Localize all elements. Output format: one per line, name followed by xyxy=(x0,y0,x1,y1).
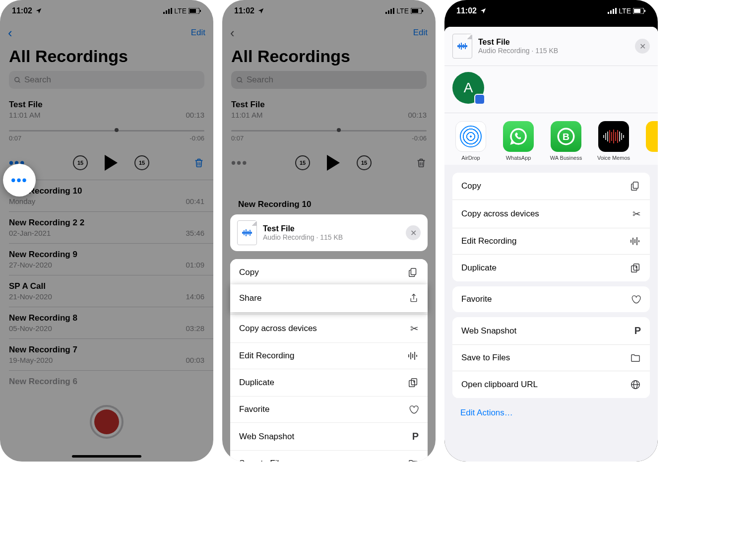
contacts-row: A xyxy=(444,66,658,113)
action-edit-recording[interactable]: Edit Recording xyxy=(452,228,650,255)
edit-actions-link[interactable]: Edit Actions… xyxy=(452,403,650,428)
close-button[interactable]: ✕ xyxy=(406,225,421,240)
svg-rect-9 xyxy=(385,12,387,14)
more-button-highlight[interactable]: ••• xyxy=(3,164,36,197)
action-copy[interactable]: Copy xyxy=(452,173,650,200)
app-wa-business[interactable]: BWA Business xyxy=(548,121,584,161)
svg-rect-64 xyxy=(631,266,637,272)
search-placeholder: Search xyxy=(24,75,51,85)
search-field[interactable]: Search xyxy=(231,71,427,89)
recording-row[interactable]: New Recording 6 xyxy=(0,371,213,393)
svg-rect-20 xyxy=(246,229,247,236)
app-whatsapp[interactable]: WhatsApp xyxy=(500,121,537,161)
page-title: All Recordings xyxy=(0,44,213,71)
file-icon xyxy=(237,220,257,245)
action-favorite[interactable]: Favorite xyxy=(452,286,650,312)
section-label: New Recording 10 xyxy=(230,198,428,214)
battery-icon xyxy=(633,8,646,14)
status-bar: 11:02 LTE xyxy=(0,0,213,22)
action-sheet: New Recording 10 Test File Audio Recordi… xyxy=(230,198,428,462)
recording-row[interactable]: New Recording 805-Nov-202003:28 xyxy=(0,307,213,338)
svg-rect-33 xyxy=(608,12,609,14)
globe-icon xyxy=(630,379,641,390)
svg-rect-12 xyxy=(393,8,394,14)
recording-row[interactable]: New Recording 927-Nov-202001:09 xyxy=(0,244,213,275)
svg-rect-21 xyxy=(248,231,249,235)
sheet-file-name: Test File xyxy=(263,224,343,233)
svg-rect-38 xyxy=(634,9,640,13)
recording-time: 11:01 AM xyxy=(9,111,40,119)
menu-favorite[interactable]: Favorite xyxy=(230,397,428,423)
duplicate-icon xyxy=(408,377,419,388)
heart-icon xyxy=(408,404,419,414)
app-airdrop[interactable]: AirDrop xyxy=(452,121,489,161)
skip-back-button[interactable]: 15 xyxy=(295,155,310,170)
skip-forward-button[interactable]: 15 xyxy=(134,155,149,170)
voice-memos-icon xyxy=(598,121,629,152)
app-voice-memos[interactable]: Voice Memos xyxy=(595,121,632,161)
duplicate-icon xyxy=(630,263,641,273)
close-button[interactable]: ✕ xyxy=(635,39,650,54)
sheet-file-meta: Audio Recording · 115 KB xyxy=(263,233,343,241)
phone-screen-2: 11:02 LTE ‹ Edit All Recordings Search T… xyxy=(222,0,436,462)
more-button[interactable]: ••• xyxy=(231,155,251,171)
contact-avatar[interactable]: A xyxy=(452,72,484,104)
play-button[interactable] xyxy=(327,155,340,171)
waveform-icon xyxy=(408,351,419,360)
action-save-files[interactable]: Save to Files xyxy=(452,345,650,371)
sheet-header: Test File Audio Recording · 115 KB ✕ xyxy=(230,214,428,251)
share-file-meta: Audio Recording · 115 KB xyxy=(478,47,558,55)
recording-row[interactable]: New Recording 719-May-202000:03 xyxy=(0,339,213,370)
playback-scrubber: 0:07-0:06 xyxy=(231,130,427,142)
menu-edit-recording[interactable]: Edit Recording xyxy=(230,343,428,369)
scissors-icon: ✂ xyxy=(410,323,419,334)
svg-text:B: B xyxy=(563,132,569,142)
playback-scrubber[interactable]: 0:07 -0:06 xyxy=(9,130,204,142)
menu-web-snapshot[interactable]: Web SnapshotP xyxy=(230,423,428,451)
delete-button[interactable] xyxy=(193,157,204,169)
recording-row[interactable]: New Recording 2 202-Jan-202135:46 xyxy=(0,212,213,243)
svg-point-16 xyxy=(237,77,242,81)
edit-button[interactable]: Edit xyxy=(413,28,428,38)
svg-rect-15 xyxy=(422,10,423,12)
svg-rect-19 xyxy=(244,230,245,235)
scissors-icon: ✂ xyxy=(632,208,641,220)
network-label: LTE xyxy=(619,7,631,15)
back-button[interactable]: ‹ xyxy=(8,25,12,41)
status-time: 11:02 xyxy=(12,6,32,15)
status-time: 11:02 xyxy=(234,6,254,15)
action-open-clipboard[interactable]: Open clipboard URL xyxy=(452,371,650,398)
menu-duplicate[interactable]: Duplicate xyxy=(230,369,428,397)
delete-button[interactable] xyxy=(416,157,427,169)
recording-name: Test File xyxy=(231,100,427,110)
selected-recording[interactable]: Test File 11:01 AM 00:13 xyxy=(0,95,213,119)
whatsapp-icon xyxy=(503,121,534,152)
app-partial[interactable]: Ba xyxy=(643,121,658,161)
svg-rect-3 xyxy=(171,8,172,14)
action-copy-across[interactable]: Copy across devices✂ xyxy=(452,200,650,228)
location-icon xyxy=(35,7,42,14)
nav-bar: ‹ Edit xyxy=(222,22,436,44)
home-indicator[interactable] xyxy=(72,455,141,458)
remaining-time: -0:06 xyxy=(189,134,204,142)
action-web-snapshot[interactable]: Web SnapshotP xyxy=(452,317,650,345)
search-field[interactable]: Search xyxy=(9,71,204,89)
folder-icon xyxy=(630,353,641,362)
nav-bar: ‹ Edit xyxy=(0,22,213,44)
recording-row[interactable]: SP A Call21-Nov-202014:06 xyxy=(0,275,213,307)
action-duplicate[interactable]: Duplicate xyxy=(452,255,650,281)
share-row-highlight[interactable]: Share xyxy=(230,284,428,312)
menu-copy-across[interactable]: Copy across devices✂ xyxy=(230,315,428,343)
skip-forward-button[interactable]: 15 xyxy=(357,155,372,170)
skip-back-button[interactable]: 15 xyxy=(73,155,88,170)
play-button[interactable] xyxy=(105,155,118,171)
menu-copy[interactable]: Copy xyxy=(230,259,428,286)
svg-rect-35 xyxy=(613,9,614,14)
edit-button[interactable]: Edit xyxy=(191,28,205,38)
actions-group-2: Favorite xyxy=(452,286,650,312)
menu-save-files[interactable]: Save to Files xyxy=(230,451,428,462)
record-button[interactable] xyxy=(90,405,124,439)
svg-rect-58 xyxy=(633,182,638,189)
back-button[interactable]: ‹ xyxy=(230,25,235,41)
svg-rect-41 xyxy=(459,44,460,49)
